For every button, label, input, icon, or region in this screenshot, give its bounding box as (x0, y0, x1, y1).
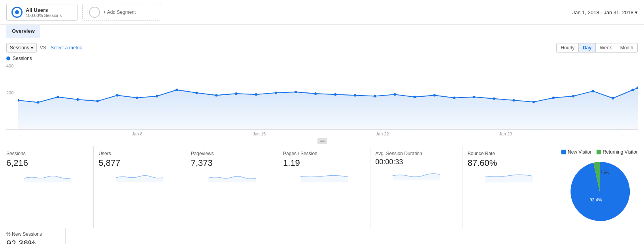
svg-point-20 (414, 96, 416, 98)
svg-point-13 (275, 92, 277, 94)
sparkline-sessions (6, 171, 89, 182)
svg-point-22 (453, 97, 455, 99)
chart-area: 400 200 (6, 63, 638, 130)
svg-point-3 (76, 98, 79, 101)
svg-point-12 (255, 93, 257, 96)
svg-point-18 (374, 95, 376, 97)
svg-point-15 (314, 92, 317, 95)
time-btn-week[interactable]: Week (596, 43, 616, 53)
x-label-jan22: Jan 22 (376, 131, 389, 136)
segment-icon (11, 7, 23, 18)
svg-point-10 (215, 94, 217, 96)
pie-legend-dot-new (561, 150, 566, 154)
metric-value-avg-session: 00:00:33 (375, 158, 457, 166)
metric-col-pageviews: Pageviews 7,373 (186, 146, 278, 228)
metric-col-bounce-rate: Bounce Rate 87.60% (463, 146, 555, 228)
all-users-segment[interactable]: All Users 100.00% Sessions (6, 4, 77, 21)
chart-legend: Sessions (6, 56, 638, 61)
legend-label-sessions: Sessions (13, 56, 32, 61)
add-segment-icon (89, 7, 100, 18)
segment-left: All Users 100.00% Sessions + Add Segment (6, 4, 161, 21)
chart-canvas (18, 63, 638, 130)
svg-point-21 (433, 94, 436, 96)
bottom-section: % New Sessions 92.36% (0, 228, 644, 244)
x-label-jan8: Jan 8 (132, 131, 143, 136)
svg-point-7 (156, 95, 158, 97)
svg-rect-34 (320, 141, 325, 142)
svg-point-26 (533, 101, 535, 103)
metric-col-avg-session: Avg. Session Duration 00:00:33 (370, 146, 463, 228)
svg-point-17 (354, 94, 356, 96)
svg-rect-33 (320, 140, 325, 141)
metric-dropdown-label: Sessions (10, 45, 29, 51)
y-label-400: 400 (6, 64, 13, 68)
svg-point-16 (334, 93, 336, 96)
date-range-text: Jan 1, 2018 - Jan 31, 2018 ▾ (572, 9, 638, 15)
top-bar: All Users 100.00% Sessions + Add Segment… (0, 0, 644, 25)
metric-value-sessions: 6,216 (6, 158, 89, 168)
y-label-200: 200 (6, 90, 13, 95)
svg-point-28 (572, 95, 574, 97)
add-segment-button[interactable]: + Add Segment (82, 4, 161, 21)
pie-label-returning: 7.6% (600, 170, 609, 175)
pie-legend-new-visitor: New Visitor (561, 149, 591, 155)
svg-point-27 (552, 97, 555, 99)
time-buttons-group: Hourly Day Week Month (556, 43, 638, 53)
pie-legend-returning-label: Returning Visitor (603, 149, 638, 155)
x-label-end: ... (622, 131, 626, 136)
pie-legend-new-label: New Visitor (568, 149, 591, 155)
svg-point-4 (96, 100, 98, 102)
tab-overview[interactable]: Overview (6, 25, 40, 38)
svg-point-2 (57, 96, 59, 98)
x-label-jan15: Jan 15 (253, 131, 266, 136)
chart-svg (18, 63, 638, 130)
svg-point-30 (612, 97, 614, 99)
segment-name: All Users (26, 7, 62, 13)
add-segment-label: + Add Segment (103, 9, 136, 15)
time-btn-hourly[interactable]: Hourly (556, 43, 579, 53)
svg-point-5 (116, 94, 119, 96)
drag-icon (320, 140, 325, 142)
chart-drag-handle[interactable] (317, 138, 327, 144)
pie-legend-returning-visitor: Returning Visitor (597, 149, 638, 155)
chart-controls-left: Sessions ▾ VS. Select a metric (6, 43, 82, 53)
sparkline-pages-session (283, 171, 365, 182)
svg-point-6 (136, 97, 138, 99)
segment-subtitle: 100.00% Sessions (26, 13, 62, 18)
sparkline-bounce-rate (468, 171, 550, 182)
metric-col-sessions: Sessions 6,216 (0, 146, 94, 228)
metric-name-pages-session: Pages / Session (283, 151, 365, 156)
sparkline-pageviews (191, 171, 273, 182)
svg-point-24 (493, 98, 495, 100)
metric-value-pageviews: 7,373 (191, 158, 273, 168)
time-btn-month[interactable]: Month (616, 43, 638, 53)
metric-col-pages-session: Pages / Session 1.19 (278, 146, 370, 228)
tabs-bar: Overview (0, 25, 644, 38)
svg-point-8 (176, 88, 178, 91)
metrics-main: Sessions 6,216 Users 5,877 Pageviews 7,3… (0, 146, 555, 228)
svg-point-25 (512, 99, 515, 101)
pie-legend: New Visitor Returning Visitor (561, 149, 638, 155)
x-label-start: ... (18, 131, 22, 136)
bottom-metric-value: 92.36% (6, 238, 60, 244)
chart-controls: Sessions ▾ VS. Select a metric Hourly Da… (6, 43, 638, 53)
metric-name-avg-session: Avg. Session Duration (375, 151, 457, 156)
svg-point-31 (631, 88, 634, 91)
svg-point-14 (295, 91, 297, 93)
vs-label: VS. (40, 45, 47, 51)
time-btn-day[interactable]: Day (579, 43, 596, 53)
metric-name-sessions: Sessions (6, 151, 89, 156)
metric-value-bounce-rate: 87.60% (468, 158, 550, 168)
sparkline-avg-session (375, 169, 457, 180)
metric-col-users: Users 5,877 (94, 146, 186, 228)
svg-point-1 (37, 101, 39, 103)
pie-legend-dot-returning (597, 150, 601, 154)
bottom-metric-name: % New Sessions (6, 231, 60, 237)
date-range-picker[interactable]: Jan 1, 2018 - Jan 31, 2018 ▾ (572, 9, 638, 15)
metric-dropdown[interactable]: Sessions ▾ (6, 43, 37, 53)
svg-point-19 (394, 93, 396, 96)
select-metric-link[interactable]: Select a metric (51, 45, 82, 51)
metric-value-pages-session: 1.19 (283, 158, 365, 168)
svg-point-23 (473, 96, 475, 98)
sparkline-users (98, 171, 181, 182)
